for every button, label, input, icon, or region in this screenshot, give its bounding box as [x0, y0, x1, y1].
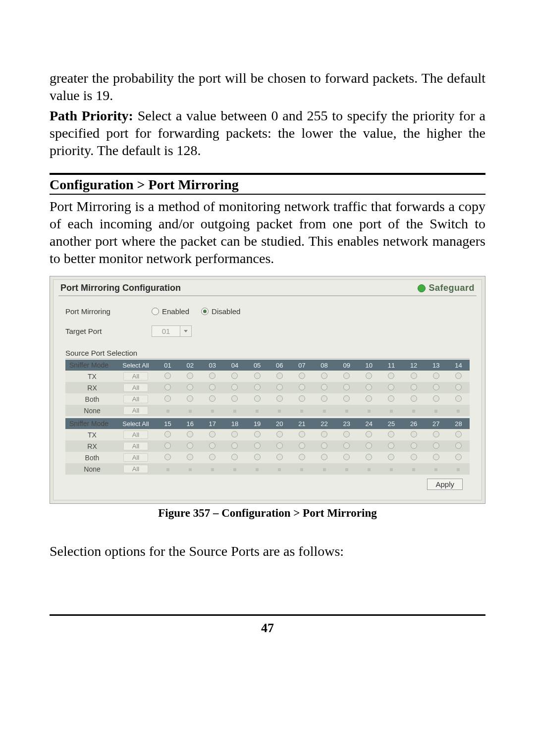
- select-all-button[interactable]: All: [123, 406, 148, 415]
- port-radio-cell[interactable]: [425, 452, 447, 463]
- port-radio-cell[interactable]: [335, 429, 358, 440]
- port-radio-cell[interactable]: [335, 393, 358, 405]
- port-radio-cell[interactable]: [246, 452, 268, 463]
- port-radio-cell[interactable]: [403, 429, 425, 440]
- port-radio-cell[interactable]: [223, 371, 246, 382]
- port-radio-cell[interactable]: [157, 452, 179, 463]
- port-radio-cell[interactable]: [425, 393, 447, 405]
- port-radio-cell[interactable]: [403, 452, 425, 463]
- port-radio-cell[interactable]: [246, 429, 268, 440]
- port-radio-cell[interactable]: [358, 371, 380, 382]
- port-radio-cell[interactable]: [291, 405, 313, 416]
- port-radio-cell[interactable]: [157, 440, 179, 452]
- port-radio-cell[interactable]: [358, 429, 380, 440]
- port-radio-cell[interactable]: [425, 440, 447, 452]
- port-radio-cell[interactable]: [291, 463, 313, 475]
- port-radio-cell[interactable]: [335, 382, 358, 393]
- port-radio-cell[interactable]: [447, 393, 470, 405]
- port-radio-cell[interactable]: [291, 393, 313, 405]
- port-radio-cell[interactable]: [335, 371, 358, 382]
- port-radio-cell[interactable]: [425, 405, 447, 416]
- port-radio-cell[interactable]: [358, 452, 380, 463]
- port-radio-cell[interactable]: [447, 440, 470, 452]
- port-radio-cell[interactable]: [313, 382, 335, 393]
- port-radio-cell[interactable]: [223, 463, 246, 475]
- port-radio-cell[interactable]: [313, 463, 335, 475]
- port-radio-cell[interactable]: [179, 393, 201, 405]
- port-radio-cell[interactable]: [201, 452, 223, 463]
- port-radio-cell[interactable]: [313, 405, 335, 416]
- port-radio-cell[interactable]: [291, 382, 313, 393]
- select-all-button[interactable]: All: [123, 453, 148, 462]
- port-radio-cell[interactable]: [425, 429, 447, 440]
- enabled-radio-group[interactable]: Enabled: [152, 307, 189, 316]
- port-radio-cell[interactable]: [179, 371, 201, 382]
- port-radio-cell[interactable]: [313, 371, 335, 382]
- port-radio-cell[interactable]: [403, 440, 425, 452]
- target-port-dropdown-button[interactable]: [180, 325, 192, 337]
- port-radio-cell[interactable]: [291, 429, 313, 440]
- port-radio-cell[interactable]: [268, 382, 291, 393]
- port-radio-cell[interactable]: [380, 393, 402, 405]
- port-radio-cell[interactable]: [223, 405, 246, 416]
- disabled-radio-group[interactable]: Disabled: [201, 307, 240, 316]
- port-radio-cell[interactable]: [358, 440, 380, 452]
- port-radio-cell[interactable]: [246, 371, 268, 382]
- port-radio-cell[interactable]: [157, 429, 179, 440]
- port-radio-cell[interactable]: [358, 382, 380, 393]
- port-radio-cell[interactable]: [447, 382, 470, 393]
- select-all-button[interactable]: All: [123, 431, 148, 439]
- port-radio-cell[interactable]: [268, 463, 291, 475]
- port-radio-cell[interactable]: [313, 393, 335, 405]
- apply-button[interactable]: Apply: [427, 479, 463, 490]
- port-radio-cell[interactable]: [447, 405, 470, 416]
- select-all-button[interactable]: All: [123, 442, 148, 450]
- port-radio-cell[interactable]: [201, 371, 223, 382]
- port-radio-cell[interactable]: [380, 382, 402, 393]
- port-radio-cell[interactable]: [179, 405, 201, 416]
- target-port-select[interactable]: 01: [152, 325, 192, 337]
- port-radio-cell[interactable]: [335, 440, 358, 452]
- port-radio-cell[interactable]: [425, 382, 447, 393]
- port-radio-cell[interactable]: [246, 463, 268, 475]
- port-radio-cell[interactable]: [223, 440, 246, 452]
- port-radio-cell[interactable]: [179, 382, 201, 393]
- port-radio-cell[interactable]: [268, 429, 291, 440]
- port-radio-cell[interactable]: [223, 382, 246, 393]
- port-radio-cell[interactable]: [403, 393, 425, 405]
- port-radio-cell[interactable]: [291, 440, 313, 452]
- port-radio-cell[interactable]: [157, 393, 179, 405]
- port-radio-cell[interactable]: [268, 393, 291, 405]
- port-radio-cell[interactable]: [201, 429, 223, 440]
- port-radio-cell[interactable]: [179, 440, 201, 452]
- port-radio-cell[interactable]: [246, 405, 268, 416]
- port-radio-cell[interactable]: [201, 440, 223, 452]
- enabled-radio[interactable]: [152, 308, 159, 315]
- port-radio-cell[interactable]: [201, 463, 223, 475]
- port-radio-cell[interactable]: [223, 429, 246, 440]
- port-radio-cell[interactable]: [447, 371, 470, 382]
- select-all-button[interactable]: All: [123, 395, 148, 403]
- port-radio-cell[interactable]: [313, 429, 335, 440]
- port-radio-cell[interactable]: [380, 440, 402, 452]
- port-radio-cell[interactable]: [179, 463, 201, 475]
- port-radio-cell[interactable]: [425, 371, 447, 382]
- disabled-radio[interactable]: [201, 308, 209, 315]
- port-radio-cell[interactable]: [201, 393, 223, 405]
- port-radio-cell[interactable]: [380, 463, 402, 475]
- port-radio-cell[interactable]: [179, 429, 201, 440]
- port-radio-cell[interactable]: [313, 440, 335, 452]
- port-radio-cell[interactable]: [447, 452, 470, 463]
- port-radio-cell[interactable]: [223, 393, 246, 405]
- port-radio-cell[interactable]: [447, 429, 470, 440]
- port-radio-cell[interactable]: [403, 463, 425, 475]
- port-radio-cell[interactable]: [358, 463, 380, 475]
- port-radio-cell[interactable]: [403, 405, 425, 416]
- port-radio-cell[interactable]: [358, 393, 380, 405]
- port-radio-cell[interactable]: [425, 463, 447, 475]
- port-radio-cell[interactable]: [447, 463, 470, 475]
- port-radio-cell[interactable]: [157, 371, 179, 382]
- port-radio-cell[interactable]: [335, 463, 358, 475]
- port-radio-cell[interactable]: [358, 405, 380, 416]
- port-radio-cell[interactable]: [268, 440, 291, 452]
